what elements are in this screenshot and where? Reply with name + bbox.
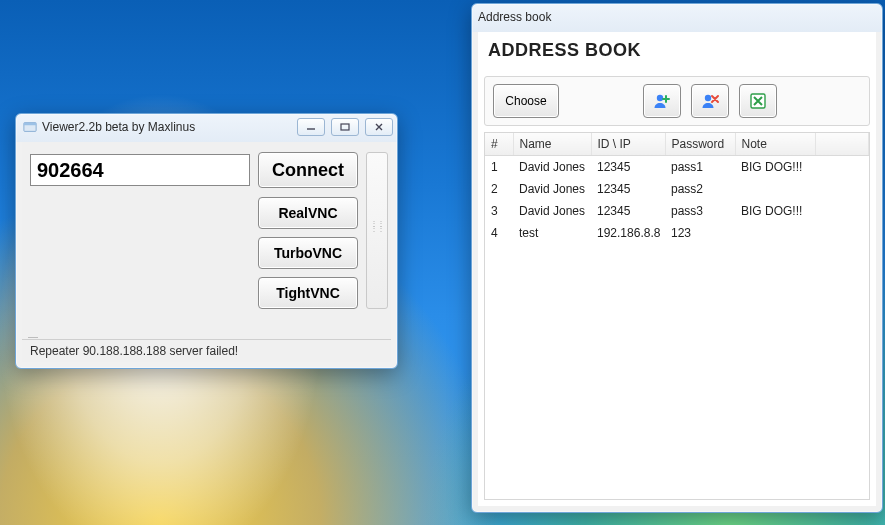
cell-note [735, 178, 815, 200]
close-button[interactable] [365, 118, 393, 136]
excel-icon [748, 91, 768, 111]
cell-n: 1 [485, 156, 513, 179]
cell-name: test [513, 222, 591, 244]
addressbook-heading: ADDRESS BOOK [478, 32, 876, 68]
cell-id: 12345 [591, 200, 665, 222]
minimize-button[interactable] [297, 118, 325, 136]
col-num[interactable]: # [485, 133, 513, 156]
tightvnc-button[interactable]: TightVNC [258, 277, 358, 309]
user-remove-icon [700, 91, 720, 111]
user-plus-icon [652, 91, 672, 111]
cell-note [735, 222, 815, 244]
addressbook-toolbar: Choose [484, 76, 870, 126]
cell-id: 12345 [591, 156, 665, 179]
col-spare[interactable] [815, 133, 869, 156]
cell-n: 3 [485, 200, 513, 222]
viewer-title: Viewer2.2b beta by Maxlinus [42, 120, 297, 134]
maximize-button[interactable] [331, 118, 359, 136]
connect-button[interactable]: Connect [258, 152, 358, 188]
table-row[interactable]: 2David Jones12345pass2 [485, 178, 869, 200]
addressbook-window: Address book ADDRESS BOOK Choose [471, 3, 883, 513]
table-row[interactable]: 4test192.186.8.8123 [485, 222, 869, 244]
cell-password: pass2 [665, 178, 735, 200]
host-combo[interactable]: ▾ [30, 154, 250, 186]
viewer-titlebar[interactable]: Viewer2.2b beta by Maxlinus [16, 114, 397, 140]
export-excel-button[interactable] [739, 84, 777, 118]
turbovnc-button[interactable]: TurboVNC [258, 237, 358, 269]
delete-entry-button[interactable] [691, 84, 729, 118]
svg-rect-3 [341, 124, 349, 130]
grid-header-row[interactable]: # Name ID \ IP Password Note [485, 133, 869, 156]
add-entry-button[interactable] [643, 84, 681, 118]
addressbook-grid[interactable]: # Name ID \ IP Password Note 1David Jone… [484, 132, 870, 500]
addressbook-titlebar[interactable]: Address book [472, 4, 882, 30]
cell-id: 12345 [591, 178, 665, 200]
cell-n: 4 [485, 222, 513, 244]
cell-password: 123 [665, 222, 735, 244]
realvnc-button[interactable]: RealVNC [258, 197, 358, 229]
viewer-app-icon [22, 119, 38, 135]
cell-id: 192.186.8.8 [591, 222, 665, 244]
col-name[interactable]: Name [513, 133, 591, 156]
col-password[interactable]: Password [665, 133, 735, 156]
choose-label: Choose [505, 94, 546, 108]
status-text: Repeater 90.188.188.188 server failed! [30, 344, 238, 358]
cell-name: David Jones [513, 156, 591, 179]
svg-point-5 [705, 95, 711, 101]
realvnc-label: RealVNC [278, 205, 337, 221]
cell-name: David Jones [513, 200, 591, 222]
choose-button[interactable]: Choose [493, 84, 559, 118]
tightvnc-label: TightVNC [276, 285, 340, 301]
addressbook-title: Address book [478, 10, 878, 24]
cell-note: BIG DOG!!! [735, 156, 815, 179]
status-bar: Repeater 90.188.188.188 server failed! [22, 339, 391, 362]
svg-rect-1 [24, 123, 36, 126]
col-note[interactable]: Note [735, 133, 815, 156]
svg-point-4 [657, 95, 663, 101]
cell-name: David Jones [513, 178, 591, 200]
grip-icon: ⋮⋮⋮⋮ [370, 221, 384, 235]
connect-label: Connect [272, 160, 344, 181]
cell-note: BIG DOG!!! [735, 200, 815, 222]
table-row[interactable]: 1David Jones12345pass1BIG DOG!!! [485, 156, 869, 179]
side-panel[interactable]: ⋮⋮⋮⋮ [366, 152, 388, 309]
col-id[interactable]: ID \ IP [591, 133, 665, 156]
cell-n: 2 [485, 178, 513, 200]
turbovnc-label: TurboVNC [274, 245, 342, 261]
table-row[interactable]: 3David Jones12345pass3BIG DOG!!! [485, 200, 869, 222]
cell-password: pass1 [665, 156, 735, 179]
viewer-window: Viewer2.2b beta by Maxlinus ▾ Connect Re… [15, 113, 398, 369]
cell-password: pass3 [665, 200, 735, 222]
